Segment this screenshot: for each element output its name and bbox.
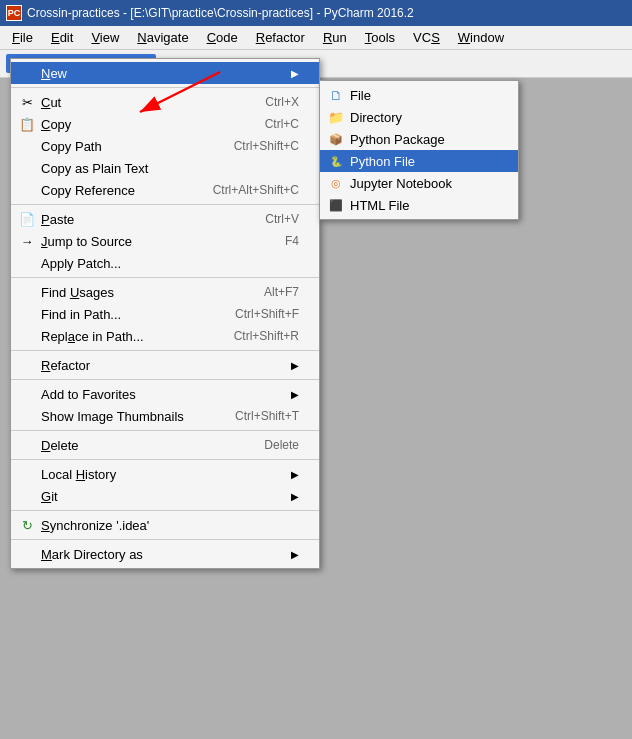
app-icon: PC: [6, 5, 22, 21]
menu-code[interactable]: Code: [199, 28, 246, 47]
jump-icon: →: [17, 234, 37, 249]
menu-item-apply-patch[interactable]: Apply Patch...: [11, 252, 319, 274]
separator-9: [11, 539, 319, 540]
submenu-file-label: File: [350, 88, 371, 103]
file-icon: 🗋: [326, 88, 346, 103]
context-menu-wrapper: New ▶ ✂ Cut Ctrl+X 📋 Copy Ctrl+C Copy Pa…: [10, 58, 519, 569]
menu-item-delete[interactable]: Delete Delete: [11, 434, 319, 456]
menu-item-synchronize[interactable]: ↻ Synchronize '.idea': [11, 514, 319, 536]
context-menu: New ▶ ✂ Cut Ctrl+X 📋 Copy Ctrl+C Copy Pa…: [10, 58, 320, 569]
submenu-item-python-file[interactable]: 🐍 Python File: [320, 150, 518, 172]
menu-vcs[interactable]: VCS: [405, 28, 448, 47]
submenu-python-package-label: Python Package: [350, 132, 445, 147]
separator-3: [11, 277, 319, 278]
menu-item-cut[interactable]: ✂ Cut Ctrl+X: [11, 91, 319, 113]
python-package-icon: 📦: [326, 133, 346, 146]
menu-item-copy-path[interactable]: Copy Path Ctrl+Shift+C: [11, 135, 319, 157]
menu-edit[interactable]: Edit: [43, 28, 81, 47]
menu-item-find-path[interactable]: Find in Path... Ctrl+Shift+F: [11, 303, 319, 325]
menu-navigate[interactable]: Navigate: [129, 28, 196, 47]
separator-8: [11, 510, 319, 511]
separator-6: [11, 430, 319, 431]
separator-4: [11, 350, 319, 351]
directory-icon: 📁: [326, 110, 346, 125]
menu-item-paste[interactable]: 📄 Paste Ctrl+V: [11, 208, 319, 230]
menu-item-add-fav[interactable]: Add to Favorites ▶: [11, 383, 319, 405]
menu-bar: File Edit View Navigate Code Refactor Ru…: [0, 26, 632, 50]
menu-item-local-history[interactable]: Local History ▶: [11, 463, 319, 485]
menu-run[interactable]: Run: [315, 28, 355, 47]
submenu-item-jupyter[interactable]: ◎ Jupyter Notebook: [320, 172, 518, 194]
menu-item-copy-ref[interactable]: Copy Reference Ctrl+Alt+Shift+C: [11, 179, 319, 201]
menu-view[interactable]: View: [83, 28, 127, 47]
submenu-python-file-label: Python File: [350, 154, 415, 169]
submenu-directory-label: Directory: [350, 110, 402, 125]
submenu-item-python-package[interactable]: 📦 Python Package: [320, 128, 518, 150]
submenu-item-html[interactable]: ⬛ HTML File: [320, 194, 518, 216]
submenu-jupyter-label: Jupyter Notebook: [350, 176, 452, 191]
menu-item-find-usages[interactable]: Find Usages Alt+F7: [11, 281, 319, 303]
synchronize-icon: ↻: [17, 518, 37, 533]
menu-item-copy-plain[interactable]: Copy as Plain Text: [11, 157, 319, 179]
html-icon: ⬛: [326, 199, 346, 212]
jupyter-icon: ◎: [326, 177, 346, 190]
menu-item-git[interactable]: Git ▶: [11, 485, 319, 507]
submenu-item-file[interactable]: 🗋 File: [320, 84, 518, 106]
menu-item-jump[interactable]: → Jump to Source F4: [11, 230, 319, 252]
menu-item-refactor[interactable]: Refactor ▶: [11, 354, 319, 376]
title-text: Crossin-practices - [E:\GIT\practice\Cro…: [27, 6, 414, 20]
menu-item-replace-path[interactable]: Replace in Path... Ctrl+Shift+R: [11, 325, 319, 347]
submenu-html-label: HTML File: [350, 198, 409, 213]
menu-window[interactable]: Window: [450, 28, 512, 47]
menu-item-new[interactable]: New ▶: [11, 62, 319, 84]
separator-2: [11, 204, 319, 205]
cut-icon: ✂: [17, 95, 37, 110]
paste-icon: 📄: [17, 212, 37, 227]
menu-item-copy[interactable]: 📋 Copy Ctrl+C: [11, 113, 319, 135]
separator-1: [11, 87, 319, 88]
menu-item-show-thumbnails[interactable]: Show Image Thumbnails Ctrl+Shift+T: [11, 405, 319, 427]
submenu-new: 🗋 File 📁 Directory 📦 Python Package 🐍 Py…: [319, 80, 519, 220]
menu-file[interactable]: File: [4, 28, 41, 47]
menu-item-mark-dir[interactable]: Mark Directory as ▶: [11, 543, 319, 565]
menu-tools[interactable]: Tools: [357, 28, 403, 47]
separator-5: [11, 379, 319, 380]
python-file-icon: 🐍: [326, 156, 346, 167]
title-bar: PC Crossin-practices - [E:\GIT\practice\…: [0, 0, 632, 26]
submenu-item-directory[interactable]: 📁 Directory: [320, 106, 518, 128]
copy-icon: 📋: [17, 117, 37, 132]
separator-7: [11, 459, 319, 460]
menu-refactor[interactable]: Refactor: [248, 28, 313, 47]
